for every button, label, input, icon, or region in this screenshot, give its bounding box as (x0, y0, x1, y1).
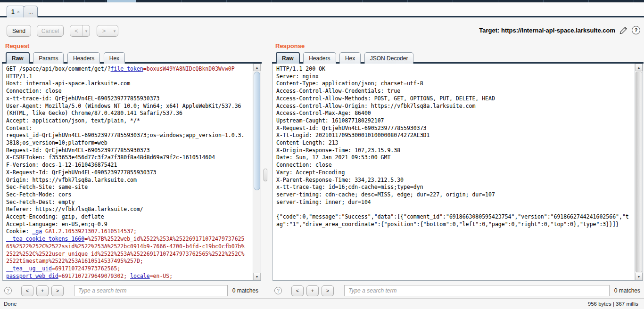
code-line: __tea_cookie_tokens_1660=%257B%2522web_i… (6, 236, 253, 243)
main-tabbar-dividers-left (0, 0, 107, 2)
response-search-bar: ? < + > 0 matches (272, 285, 643, 297)
response-match-count: 0 matches (614, 287, 640, 294)
status-text: Done (4, 301, 17, 307)
cancel-button-label: Cancel (41, 28, 59, 34)
scroll-down-icon[interactable]: ▼ (635, 273, 643, 280)
code-line: 2522timestamp%2522%253A1610514537495%257… (6, 258, 253, 265)
code-line: Date: Sun, 17 Jan 2021 09:53:00 GMT (276, 154, 635, 162)
code-line (276, 206, 635, 213)
request-tab-hex[interactable]: Hex (104, 52, 125, 64)
scroll-down-icon[interactable]: ▼ (253, 273, 261, 280)
response-tab-headers[interactable]: Headers (303, 52, 336, 64)
scroll-up-icon[interactable]: ▲ (253, 64, 261, 71)
code-line: F-Version: docs-1-12-1610436875421 (6, 162, 253, 169)
repeater-tab-1-label: 1 (11, 8, 15, 15)
code-line: server-timing: cdn-cache; desc=MISS, edg… (276, 191, 635, 199)
code-line: {"code":0,"message":"Success","data":[{"… (276, 213, 635, 221)
request-editor[interactable]: GET /space/api/box/comment/get/?file_tok… (2, 64, 261, 281)
request-tab-params[interactable]: Params (33, 52, 64, 64)
code-line: server-timing: inner; dur=104 (276, 199, 635, 206)
request-raw-text[interactable]: GET /space/api/box/comment/get/?file_tok… (3, 64, 253, 280)
response-tab-hex[interactable]: Hex (339, 52, 361, 64)
response-raw-text[interactable]: HTTP/1.1 200 OKServer: nginxContent-Type… (273, 64, 635, 280)
code-line: X-Tt-Logid: 2021011709530001010000080742… (276, 132, 635, 139)
request-scrollbar-thumb[interactable] (254, 72, 260, 190)
code-line: Access-Control-Allow-Origin: https://vfb… (276, 103, 635, 110)
code-line: Server: nginx (276, 73, 635, 81)
search-prev-button[interactable]: < (21, 285, 33, 296)
search-prev-button[interactable]: < (291, 285, 304, 296)
code-line: 3818;os_version=10;platform=web (6, 139, 253, 147)
prev-request-button[interactable]: < ▾ (70, 25, 90, 37)
response-scrollbar-thumb[interactable] (636, 72, 642, 272)
request-tab-raw[interactable]: Raw (6, 52, 30, 64)
request-tab-headers[interactable]: Headers (67, 52, 100, 64)
main-tabbar-dividers-right (136, 0, 644, 2)
request-scrollbar[interactable]: ▲ ▼ (253, 64, 261, 280)
code-line: Accept-Language: en-US,en;q=0.9 (6, 221, 253, 228)
chevron-down-icon[interactable]: ▾ (111, 25, 118, 36)
code-line: Upstream-Caught: 1610877180292107 (276, 117, 635, 125)
repeater-tab-more-label: ... (28, 8, 33, 15)
code-line: passport_web_did=6917107279649079302; lo… (6, 273, 253, 280)
repeater-tab-1[interactable]: 1 × (7, 6, 25, 17)
request-match-count: 0 matches (232, 287, 258, 294)
response-tab-raw[interactable]: Raw (276, 52, 300, 64)
target-url-label: Target: https://internal-api-space.larks… (479, 27, 615, 34)
response-panel: Response Raw Headers Hex JSON Decoder HT… (272, 42, 643, 297)
repeater-tab-bar: 1 × ... (0, 3, 644, 17)
chevron-down-icon[interactable]: ▾ (83, 25, 90, 36)
code-line: Accept-Encoding: gzip, deflate (6, 213, 253, 221)
response-tabstrip: Raw Headers Hex JSON Decoder (272, 52, 643, 64)
code-line: x-tt-trace-tag: id=16;cdn-cache=miss;typ… (276, 184, 635, 191)
response-size-timing: 956 bytes | 367 millis (588, 301, 638, 307)
code-line: ag":"1","drive_area_coordinate":{"positi… (276, 221, 635, 228)
search-help-icon[interactable]: ? (274, 287, 282, 294)
response-panel-title: Response (272, 42, 643, 52)
response-tab-json-decoder[interactable]: JSON Decoder (364, 52, 414, 64)
next-request-button[interactable]: > ▾ (97, 25, 118, 37)
help-icon[interactable]: ? (632, 26, 640, 34)
send-button[interactable]: Send (7, 25, 31, 37)
chevron-right-icon: > (97, 27, 111, 34)
send-button-label: Send (12, 28, 25, 34)
code-line: X-Request-Id: QrEjehUVn4EL-6905239777855… (276, 125, 635, 132)
repeater-tab-more[interactable]: ... (24, 6, 38, 17)
code-line: X-CSRFToken: f353653e456d77c3f2a7f380f8a… (6, 154, 253, 162)
code-line: Content-Length: 213 (276, 139, 635, 147)
code-line: User-Agent: Mozilla/5.0 (Windows NT 10.0… (6, 103, 253, 110)
code-line: (KHTML, like Gecko) Chrome/87.0.4280.141… (6, 110, 253, 117)
edit-target-pencil-icon[interactable] (619, 26, 627, 34)
target-area: Target: https://internal-api-space.larks… (479, 26, 640, 34)
code-line: Access-Control-Max-Age: 86400 (276, 110, 635, 117)
response-search-input[interactable] (344, 285, 610, 296)
response-scrollbar[interactable]: ▲ ▼ (635, 64, 643, 280)
search-add-button[interactable]: + (36, 285, 49, 296)
code-line: Referer: https://vfbk7lsq8a.larksuite.co… (6, 206, 253, 213)
search-next-button[interactable]: > (51, 285, 64, 296)
code-line: 2522%252C%2522user_unique_id%2522%253A%2… (6, 251, 253, 258)
code-line: __tea__ug__uid=6917107247973762565; (6, 265, 253, 273)
search-help-icon[interactable]: ? (4, 287, 12, 294)
code-line: x-tt-trace-id: QrEjehUVn4EL-690523977785… (6, 95, 253, 103)
request-search-bar: ? < + > 0 matches (2, 285, 261, 297)
code-line: Connection: close (276, 162, 635, 169)
cancel-button[interactable]: Cancel (37, 25, 64, 37)
close-tab-icon[interactable]: × (17, 9, 20, 15)
search-next-button[interactable]: > (322, 285, 334, 296)
request-tabstrip: Raw Params Headers Hex (2, 52, 261, 64)
response-editor[interactable]: HTTP/1.1 200 OKServer: nginxContent-Type… (272, 64, 643, 281)
main-tabbar-active-tab[interactable] (107, 0, 136, 2)
request-search-input[interactable] (74, 285, 228, 296)
code-line: Access-Control-Allow-Methods: POST, GET,… (276, 95, 635, 103)
scroll-up-icon[interactable]: ▲ (635, 64, 643, 71)
code-line: Sec-Fetch-Site: same-site (6, 184, 253, 191)
status-bar: Done 956 bytes | 367 millis (0, 298, 644, 309)
code-line: Cookie: _ga=GA1.2.1053921307.1610514537; (6, 228, 253, 236)
code-line: Host: internal-api-space.larksuite.com (6, 80, 253, 88)
code-line: HTTP/1.1 200 OK (276, 65, 635, 73)
search-add-button[interactable]: + (306, 285, 319, 296)
chevron-left-icon: < (70, 27, 83, 34)
code-line: Accept: application/json, text/plain, */… (6, 117, 253, 125)
panel-splitter-handle[interactable] (264, 169, 267, 181)
